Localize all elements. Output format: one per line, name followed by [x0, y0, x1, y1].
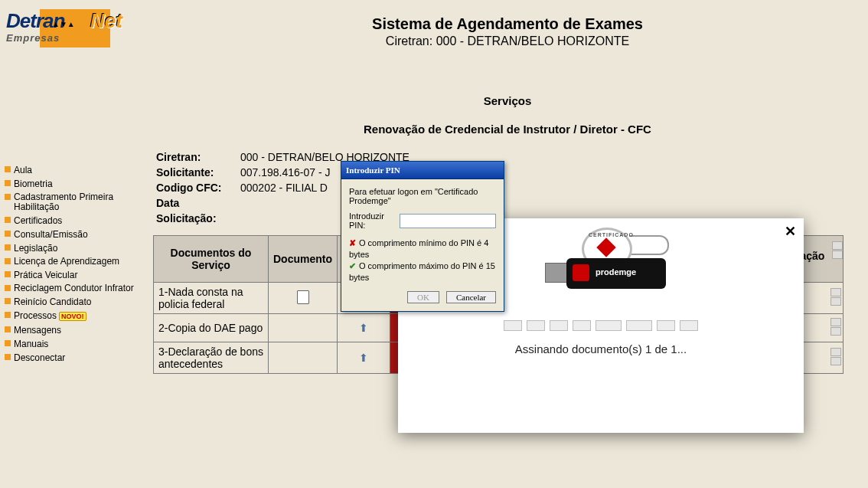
page-title: Sistema de Agendamento de Exames — [147, 0, 868, 33]
doc-label: 2-Copia do DAE pago — [154, 314, 269, 342]
sidebar-item-reciclagem[interactable]: Reciclagem Condutor Infrator — [0, 282, 147, 295]
row-spinner[interactable] — [830, 317, 838, 336]
document-icon — [297, 290, 309, 304]
pin-dialog: Introduzir PIN Para efetuar logon em "Ce… — [341, 161, 504, 312]
invalid-icon: ✘ — [349, 238, 356, 247]
col-documento: Documento — [269, 236, 338, 283]
solicitacao-label: Solicitação: — [156, 211, 240, 226]
solicitante-value: 007.198.416-07 - J — [240, 166, 331, 178]
sidebar-item-mensagens[interactable]: Mensagens — [0, 323, 147, 337]
solicitante-label: Solicitante: — [156, 165, 240, 180]
sidebar-item-reinicio[interactable]: Reinício Candidato — [0, 295, 147, 309]
upload-icon: ⬆ — [359, 352, 368, 364]
pin-rules: ✘O comprimento mínimo do PIN é 4 bytes ✔… — [349, 237, 496, 283]
sidebar-item-consulta[interactable]: Consulta/Emissão — [0, 228, 147, 241]
doc-label: 3-Declaração de bons antecedentes — [154, 342, 269, 374]
sidebar-item-cadastramento[interactable]: Cadastramento Primeira Habilitação — [0, 191, 147, 214]
ciretran-label: Ciretran: — [156, 149, 240, 165]
codigo-label: Codigo CFC: — [156, 180, 240, 195]
row-spinner[interactable] — [830, 347, 838, 366]
doc-cell[interactable] — [269, 283, 338, 314]
logo-sub: Empresas — [6, 32, 60, 44]
progress-blocks — [398, 320, 804, 333]
col-doc-servico: Documentos do Serviço — [154, 236, 269, 283]
doc-label: 1-Nada consta na policia federal — [154, 283, 269, 314]
sidebar-item-legislacao[interactable]: Legislação — [0, 241, 147, 255]
sidebar: Detran Net Empresas ▲▼▲ Aula Biometria C… — [0, 0, 147, 488]
doc-cell — [269, 342, 338, 374]
section-subheading: Renovação de Credencial de Instrutor / D… — [147, 107, 868, 136]
data-label: Data — [156, 195, 240, 211]
upload-cell[interactable]: ⬆ — [338, 342, 390, 374]
header-spinner[interactable] — [832, 241, 840, 260]
sidebar-item-desconectar[interactable]: Desconectar — [0, 351, 147, 365]
logo: Detran Net Empresas ▲▼▲ — [6, 6, 129, 64]
signing-status: Assinando documento(s) 1 de 1... — [398, 342, 804, 355]
pin-prompt: Para efetuar logon em "Certificado Prode… — [349, 187, 496, 205]
ok-button[interactable]: OK — [407, 291, 439, 303]
page-subtitle: Ciretran: 000 - DETRAN/BELO HORIZONTE — [147, 33, 868, 48]
cancel-button[interactable]: Cancelar — [446, 291, 496, 303]
section-heading: Serviços — [147, 48, 868, 107]
sidebar-item-licenca[interactable]: Licença de Aprendizagem — [0, 255, 147, 268]
sidebar-item-biometria[interactable]: Biometria — [0, 177, 147, 191]
pin-input[interactable] — [400, 214, 496, 228]
sidebar-item-manuais[interactable]: Manuais — [0, 337, 147, 351]
upload-cell[interactable]: ⬆ — [338, 314, 390, 342]
row-spinner[interactable] — [830, 287, 838, 306]
brand-label: prodemge — [596, 267, 636, 277]
new-badge: NOVO! — [59, 312, 86, 321]
logo-text-2: Net — [90, 11, 122, 31]
sidebar-menu: Aula Biometria Cadastramento Primeira Ha… — [0, 163, 147, 365]
valid-icon: ✔ — [349, 261, 356, 270]
sidebar-item-processos[interactable]: ProcessosNOVO! — [0, 309, 147, 323]
sidebar-item-certificados[interactable]: Certificados — [0, 214, 147, 228]
sidebar-item-aula[interactable]: Aula — [0, 163, 147, 177]
upload-icon: ⬆ — [359, 322, 368, 334]
info-block: Ciretran:000 - DETRAN/BELO HORIZONTE Sol… — [156, 149, 868, 226]
sidebar-item-pratica[interactable]: Prática Veicular — [0, 268, 147, 282]
pin-dialog-title[interactable]: Introduzir PIN — [341, 162, 504, 179]
doc-cell — [269, 314, 338, 342]
pin-field-label: Introduzir PIN: — [349, 211, 395, 230]
codigo-value: 000202 - FILIAL D — [240, 182, 328, 194]
close-icon[interactable]: ✕ — [785, 223, 796, 240]
